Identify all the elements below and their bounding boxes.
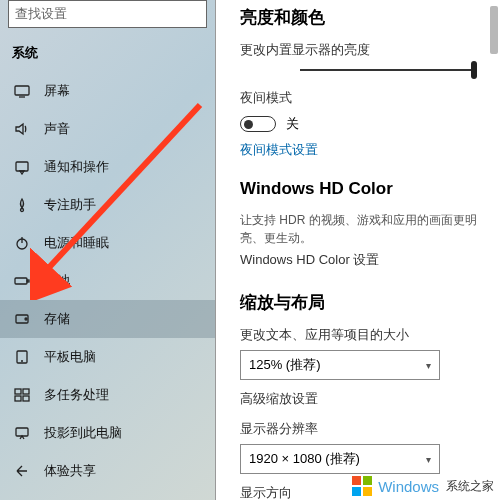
- brightness-slider[interactable]: [240, 69, 500, 71]
- scrollbar-thumb[interactable]: [490, 6, 498, 54]
- slider-thumb[interactable]: [471, 61, 477, 79]
- sound-icon: [14, 121, 30, 137]
- svg-rect-18: [16, 428, 28, 436]
- advanced-scaling-link[interactable]: 高级缩放设置: [240, 390, 500, 408]
- sidebar: 查找设置 系统 屏幕 声音 通知和操作 专注助手 电源和睡眠 电池: [0, 0, 216, 500]
- content-panel: 亮度和颜色 更改内置显示器的亮度 夜间模式 关 夜间模式设置 Windows H…: [216, 0, 500, 500]
- text-size-value: 125% (推荐): [249, 356, 321, 374]
- brightness-heading: 亮度和颜色: [240, 6, 500, 29]
- text-size-select[interactable]: 125% (推荐) ▾: [240, 350, 440, 380]
- night-mode-label: 夜间模式: [240, 89, 500, 107]
- sidebar-item-display[interactable]: 屏幕: [0, 72, 215, 110]
- sidebar-item-shared-experiences[interactable]: 体验共享: [0, 452, 215, 490]
- watermark-sub: 系统之家: [446, 478, 494, 495]
- svg-rect-0: [15, 86, 29, 95]
- tablet-icon: [14, 349, 30, 365]
- sidebar-item-tablet[interactable]: 平板电脑: [0, 338, 215, 376]
- hd-color-desc: 让支持 HDR 的视频、游戏和应用的画面更明亮、更生动。: [240, 211, 500, 247]
- resolution-label: 显示器分辨率: [240, 420, 500, 438]
- sidebar-item-label: 电池: [44, 272, 70, 290]
- sidebar-item-label: 屏幕: [44, 82, 70, 100]
- power-icon: [14, 235, 30, 251]
- svg-rect-3: [16, 162, 28, 171]
- shared-icon: [14, 463, 30, 479]
- hd-color-heading: Windows HD Color: [240, 179, 500, 199]
- chevron-down-icon: ▾: [426, 454, 431, 465]
- sidebar-item-label: 声音: [44, 120, 70, 138]
- sidebar-title: 系统: [0, 36, 215, 72]
- svg-marker-4: [20, 171, 24, 174]
- battery-icon: [14, 273, 30, 289]
- sidebar-item-notifications[interactable]: 通知和操作: [0, 148, 215, 186]
- night-mode-settings-link[interactable]: 夜间模式设置: [240, 141, 500, 159]
- svg-rect-17: [23, 396, 29, 401]
- night-mode-toggle[interactable]: [240, 116, 276, 132]
- hd-color-settings-link[interactable]: Windows HD Color 设置: [240, 251, 500, 269]
- text-size-label: 更改文本、应用等项目的大小: [240, 326, 500, 344]
- display-icon: [14, 83, 30, 99]
- multitasking-icon: [14, 387, 30, 403]
- svg-rect-14: [15, 389, 21, 394]
- svg-point-5: [21, 209, 24, 212]
- sidebar-item-projecting[interactable]: 投影到此电脑: [0, 414, 215, 452]
- scale-heading: 缩放与布局: [240, 291, 500, 314]
- sidebar-item-multitasking[interactable]: 多任务处理: [0, 376, 215, 414]
- sidebar-item-label: 通知和操作: [44, 158, 109, 176]
- sidebar-item-battery[interactable]: 电池: [0, 262, 215, 300]
- windows-logo-icon: [352, 476, 372, 496]
- projecting-icon: [14, 425, 30, 441]
- chevron-down-icon: ▾: [426, 360, 431, 371]
- sidebar-item-label: 多任务处理: [44, 386, 109, 404]
- notifications-icon: [14, 159, 30, 175]
- watermark: Windows 系统之家: [352, 476, 494, 496]
- scrollbar[interactable]: [488, 0, 498, 500]
- night-mode-state: 关: [286, 115, 299, 133]
- watermark-brand: Windows: [378, 478, 439, 495]
- svg-rect-8: [15, 278, 27, 284]
- svg-rect-16: [15, 396, 21, 401]
- svg-marker-2: [16, 124, 23, 134]
- search-placeholder: 查找设置: [15, 5, 67, 23]
- sidebar-items: 屏幕 声音 通知和操作 专注助手 电源和睡眠 电池 存储 平板电: [0, 72, 215, 500]
- brightness-desc: 更改内置显示器的亮度: [240, 41, 500, 59]
- sidebar-item-focus-assist[interactable]: 专注助手: [0, 186, 215, 224]
- sidebar-item-clipboard[interactable]: 剪贴板: [0, 490, 215, 500]
- sidebar-item-power-sleep[interactable]: 电源和睡眠: [0, 224, 215, 262]
- sidebar-item-label: 投影到此电脑: [44, 424, 122, 442]
- sidebar-item-label: 平板电脑: [44, 348, 96, 366]
- svg-rect-15: [23, 389, 29, 394]
- focus-assist-icon: [14, 197, 30, 213]
- resolution-value: 1920 × 1080 (推荐): [249, 450, 360, 468]
- resolution-select[interactable]: 1920 × 1080 (推荐) ▾: [240, 444, 440, 474]
- storage-icon: [14, 311, 30, 327]
- sidebar-item-storage[interactable]: 存储: [0, 300, 215, 338]
- sidebar-item-label: 电源和睡眠: [44, 234, 109, 252]
- sidebar-item-label: 体验共享: [44, 462, 96, 480]
- sidebar-item-label: 专注助手: [44, 196, 96, 214]
- search-input[interactable]: 查找设置: [8, 0, 207, 28]
- svg-rect-10: [16, 315, 28, 323]
- sidebar-item-label: 存储: [44, 310, 70, 328]
- svg-rect-9: [27, 280, 29, 282]
- svg-point-11: [25, 318, 27, 320]
- sidebar-item-sound[interactable]: 声音: [0, 110, 215, 148]
